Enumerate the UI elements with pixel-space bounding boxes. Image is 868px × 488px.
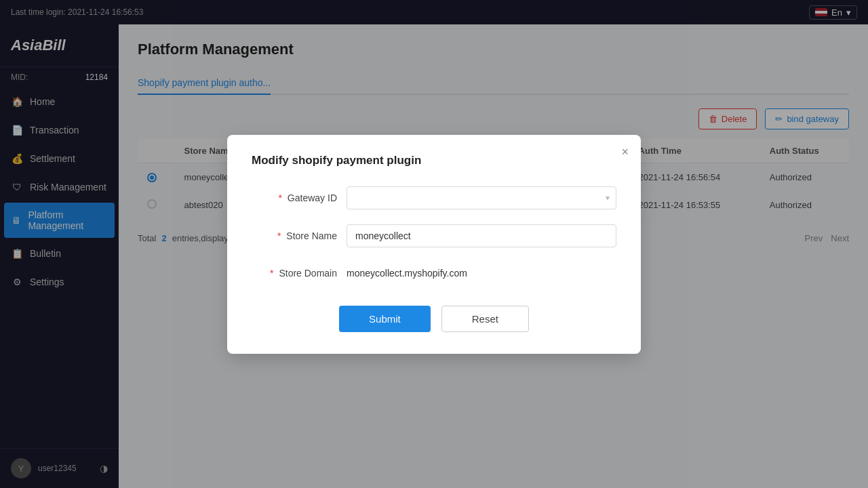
gateway-id-select-wrap: ▾ xyxy=(347,186,616,209)
store-domain-row: * Store Domain moneycollect.myshopify.co… xyxy=(252,262,616,284)
modal-actions: Submit Reset xyxy=(252,306,616,332)
main-content: Platform Management Shopify payment plug… xyxy=(119,24,868,488)
required-star: * xyxy=(277,230,281,241)
store-name-label: * Store Name xyxy=(252,230,347,241)
main-layout: AsiaBill MID: 12184 🏠 Home 📄 Transaction… xyxy=(0,24,868,488)
store-name-row: * Store Name xyxy=(252,224,616,247)
modal-overlay: Modify shopify payment plugin × * Gatewa… xyxy=(119,24,868,488)
store-domain-label: * Store Domain xyxy=(252,268,347,279)
store-domain-value: moneycollect.myshopify.com xyxy=(347,262,467,284)
reset-button[interactable]: Reset xyxy=(441,306,529,332)
modal-close-button[interactable]: × xyxy=(621,146,629,158)
required-star: * xyxy=(270,268,273,279)
gateway-id-label: * Gateway ID xyxy=(252,192,347,203)
store-name-input[interactable] xyxy=(347,224,616,247)
gateway-id-row: * Gateway ID ▾ xyxy=(252,186,616,209)
gateway-id-select[interactable] xyxy=(347,186,616,209)
modal-title: Modify shopify payment plugin xyxy=(252,154,616,167)
modal: Modify shopify payment plugin × * Gatewa… xyxy=(227,135,641,354)
submit-button[interactable]: Submit xyxy=(339,306,431,332)
required-star: * xyxy=(279,192,282,203)
